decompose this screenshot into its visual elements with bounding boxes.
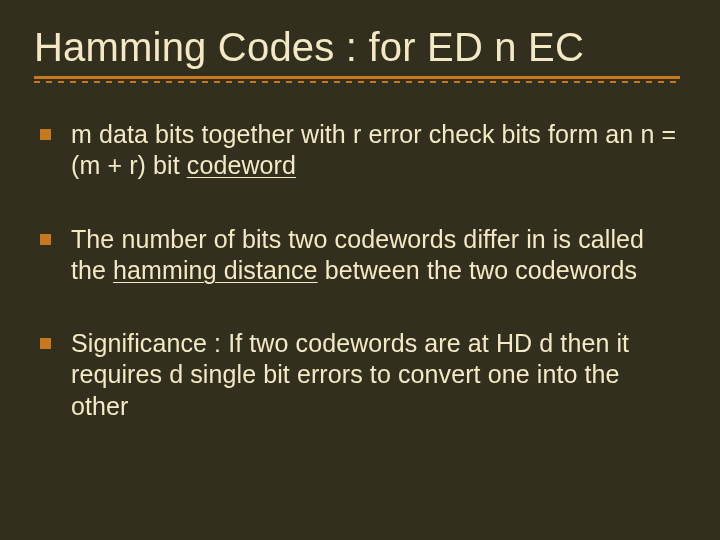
underlined-term: codeword [187,151,296,179]
rule-dashed [34,81,680,83]
square-bullet-icon [40,338,51,349]
rule-solid [34,76,680,79]
bullet-text: Significance : If two codewords are at H… [71,328,680,422]
list-item: The number of bits two codewords differ … [40,224,680,287]
slide-title: Hamming Codes : for ED n EC [34,24,680,70]
list-item: m data bits together with r error check … [40,119,680,182]
bullet-list: m data bits together with r error check … [40,119,680,422]
bullet-text: The number of bits two codewords differ … [71,224,680,287]
bullet-text: m data bits together with r error check … [71,119,680,182]
text-run: Significance : If two codewords are at H… [71,329,629,420]
text-run: m data bits together with r error check … [71,120,676,179]
text-run: between the two codewords [318,256,637,284]
list-item: Significance : If two codewords are at H… [40,328,680,422]
title-underline [34,76,680,83]
slide: Hamming Codes : for ED n EC m data bits … [0,0,720,540]
square-bullet-icon [40,234,51,245]
square-bullet-icon [40,129,51,140]
underlined-term: hamming distance [113,256,317,284]
slide-body: m data bits together with r error check … [34,119,680,422]
